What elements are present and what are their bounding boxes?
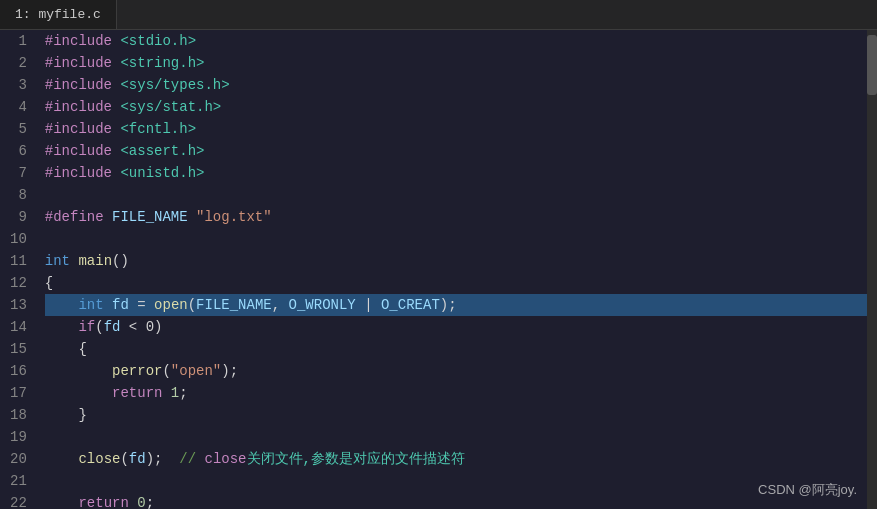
- token-plain: [45, 382, 112, 404]
- code-line: [45, 426, 867, 448]
- token-plain: [45, 492, 79, 509]
- token-plain: [188, 206, 196, 228]
- token-plain: ;: [146, 492, 154, 509]
- token-var-name: fd: [112, 294, 129, 316]
- code-line: #include <sys/stat.h>: [45, 96, 867, 118]
- line-numbers: 1234567891011121314151617181920212223: [0, 30, 37, 509]
- token-header-file: <sys/types.h>: [120, 74, 229, 96]
- token-plain: [70, 250, 78, 272]
- token-header-file: <fcntl.h>: [120, 118, 196, 140]
- scrollbar[interactable]: [867, 30, 877, 509]
- token-header-file: <sys/stat.h>: [120, 96, 221, 118]
- line-number: 8: [10, 184, 27, 206]
- code-area: 1234567891011121314151617181920212223 #i…: [0, 30, 877, 509]
- token-plain: );: [440, 294, 457, 316]
- token-plain: [45, 448, 79, 470]
- token-plain: [104, 294, 112, 316]
- token-plain: < 0): [120, 316, 162, 338]
- token-define-name: FILE_NAME: [112, 206, 188, 228]
- code-line: #include <fcntl.h>: [45, 118, 867, 140]
- token-fn-name: open: [154, 294, 188, 316]
- token-define-name: O_CREAT: [381, 294, 440, 316]
- token-plain: [112, 52, 120, 74]
- token-comment-cn: 关闭文件,参数是对应的文件描述符: [247, 448, 465, 470]
- token-header-file: <assert.h>: [120, 140, 204, 162]
- token-comment: //: [179, 448, 204, 470]
- token-plain: (): [112, 250, 129, 272]
- token-kw-include: #include: [45, 118, 112, 140]
- token-kw-int: int: [78, 294, 103, 316]
- editor-container: 1: myfile.c 1234567891011121314151617181…: [0, 0, 877, 509]
- token-plain: (: [120, 448, 128, 470]
- token-plain: (: [188, 294, 196, 316]
- line-number: 14: [10, 316, 27, 338]
- scrollbar-thumb[interactable]: [867, 35, 877, 95]
- line-number: 6: [10, 140, 27, 162]
- token-plain: [112, 74, 120, 96]
- token-kw-include: #include: [45, 140, 112, 162]
- active-tab[interactable]: 1: myfile.c: [0, 0, 117, 29]
- line-number: 13: [10, 294, 27, 316]
- code-line: if(fd < 0): [45, 316, 867, 338]
- code-line: }: [45, 404, 867, 426]
- token-define-name: FILE_NAME: [196, 294, 272, 316]
- token-plain: );: [221, 360, 238, 382]
- line-number: 1: [10, 30, 27, 52]
- token-string: "log.txt": [196, 206, 272, 228]
- code-line: [45, 470, 867, 492]
- token-kw-include: #include: [45, 30, 112, 52]
- code-line: close(fd); // close关闭文件,参数是对应的文件描述符: [45, 448, 867, 470]
- code-line: {: [45, 338, 867, 360]
- code-line: perror("open");: [45, 360, 867, 382]
- line-number: 9: [10, 206, 27, 228]
- token-plain: [45, 316, 79, 338]
- token-plain: [162, 382, 170, 404]
- token-plain: [45, 294, 79, 316]
- line-number: 2: [10, 52, 27, 74]
- token-header-file: <stdio.h>: [120, 30, 196, 52]
- token-plain: ;: [179, 382, 187, 404]
- line-number: 15: [10, 338, 27, 360]
- token-string: "open": [171, 360, 221, 382]
- watermark: CSDN @阿亮joy.: [758, 481, 857, 499]
- token-kw-int: int: [45, 250, 70, 272]
- line-number: 22: [10, 492, 27, 509]
- code-line: #include <sys/types.h>: [45, 74, 867, 96]
- token-plain: [112, 30, 120, 52]
- token-plain: [104, 206, 112, 228]
- line-number: 11: [10, 250, 27, 272]
- code-lines: #include <stdio.h>#include <string.h>#in…: [37, 30, 867, 509]
- tab-bar: 1: myfile.c: [0, 0, 877, 30]
- line-number: 20: [10, 448, 27, 470]
- token-number: 0: [137, 492, 145, 509]
- token-kw-define: #define: [45, 206, 104, 228]
- line-number: 17: [10, 382, 27, 404]
- token-kw-if: close: [204, 448, 246, 470]
- token-define-name: O_WRONLY: [289, 294, 356, 316]
- token-fn-name: close: [78, 448, 120, 470]
- code-line: int fd = open(FILE_NAME, O_WRONLY | O_CR…: [45, 294, 867, 316]
- token-number: 1: [171, 382, 179, 404]
- token-plain: {: [45, 338, 87, 360]
- token-kw-include: #include: [45, 74, 112, 96]
- code-line: int main(): [45, 250, 867, 272]
- token-kw-include: #include: [45, 162, 112, 184]
- token-plain: (: [162, 360, 170, 382]
- token-plain: [129, 492, 137, 509]
- token-plain: |: [356, 294, 381, 316]
- line-number: 21: [10, 470, 27, 492]
- token-kw-include: #include: [45, 96, 112, 118]
- token-var-name: fd: [129, 448, 146, 470]
- code-line: [45, 228, 867, 250]
- code-line: return 0;: [45, 492, 867, 509]
- code-line: #include <string.h>: [45, 52, 867, 74]
- token-plain: [112, 140, 120, 162]
- line-number: 16: [10, 360, 27, 382]
- token-kw-return: return: [112, 382, 162, 404]
- token-plain: [112, 118, 120, 140]
- code-line: #include <stdio.h>: [45, 30, 867, 52]
- line-number: 5: [10, 118, 27, 140]
- line-number: 4: [10, 96, 27, 118]
- token-plain: [45, 360, 112, 382]
- token-fn-name: perror: [112, 360, 162, 382]
